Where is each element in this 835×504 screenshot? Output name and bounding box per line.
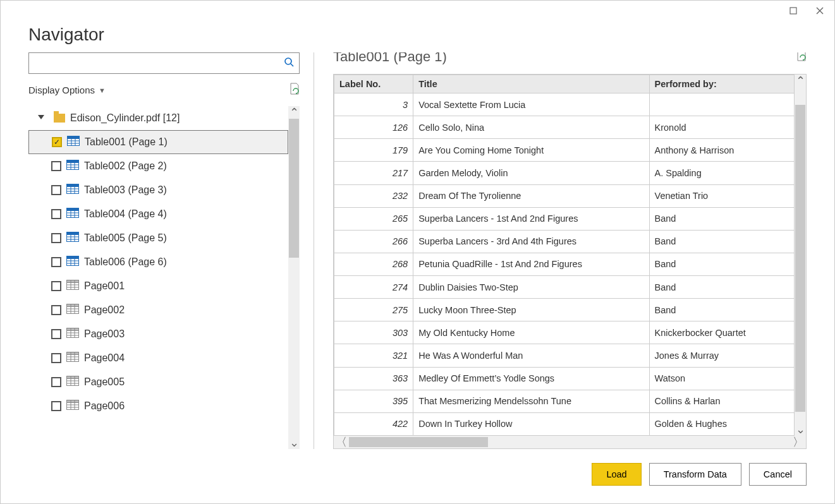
cell-title: That Mesmerizing Mendelssohn Tune <box>413 390 649 412</box>
checkbox[interactable] <box>51 281 61 291</box>
table-row[interactable]: 268Petunia QuadRille - 1st And 2nd Figur… <box>334 253 795 275</box>
load-button[interactable]: Load <box>592 463 641 486</box>
display-options-dropdown[interactable]: Display Options ▼ <box>28 85 106 95</box>
tree-item[interactable]: Page006 <box>28 394 288 418</box>
scroll-thumb[interactable] <box>289 119 299 258</box>
collapse-icon[interactable] <box>34 115 49 121</box>
scroll-left-icon[interactable]: 〈 <box>334 435 349 449</box>
cell-performed-by: Anthony & Harrison <box>649 139 794 162</box>
checkbox[interactable] <box>51 161 61 171</box>
cell-performed-by: Golden & Hughes <box>649 412 794 435</box>
cell-title: Lucky Moon Three-Step <box>413 299 649 321</box>
search-input[interactable] <box>33 54 284 73</box>
tree-item-label: Page003 <box>84 328 125 340</box>
column-header[interactable]: Label No. <box>334 75 413 93</box>
tree-root-label: Edison_Cylinder.pdf [12] <box>70 112 180 124</box>
cell-title: My Old Kentucky Home <box>413 321 649 344</box>
cell-labelno: 275 <box>334 299 413 321</box>
cancel-button[interactable]: Cancel <box>749 463 807 486</box>
checkbox[interactable] <box>51 377 61 387</box>
checkbox[interactable] <box>51 185 61 195</box>
cell-performed-by <box>649 93 794 116</box>
tree-item[interactable]: Table006 (Page 6) <box>28 250 288 274</box>
table-row[interactable]: 303My Old Kentucky HomeKnickerbocker Qua… <box>334 321 795 344</box>
search-box[interactable] <box>28 52 300 74</box>
preview-vertical-scrollbar[interactable]: ⌃ ⌄ <box>795 75 806 436</box>
tree-item[interactable]: Table003 (Page 3) <box>28 178 288 202</box>
scroll-up-icon[interactable]: ⌃ <box>288 106 300 119</box>
cell-labelno: 395 <box>334 390 413 412</box>
scroll-up-icon[interactable]: ⌃ <box>795 75 806 87</box>
tree-item[interactable]: Page003 <box>28 322 288 346</box>
checkbox[interactable] <box>51 305 61 315</box>
tree-item[interactable]: Page005 <box>28 370 288 394</box>
transform-data-button[interactable]: Transform Data <box>649 463 741 486</box>
cell-performed-by: Jones & Murray <box>649 344 794 367</box>
table-row[interactable]: 126Cello Solo, NinaKronold <box>334 116 795 139</box>
svg-rect-7 <box>68 136 80 139</box>
checkbox[interactable] <box>51 209 61 219</box>
tree-item[interactable]: Page004 <box>28 346 288 370</box>
table-row[interactable]: 321He Was A Wonderful ManJones & Murray <box>334 344 795 367</box>
checkbox[interactable] <box>51 401 61 411</box>
svg-marker-5 <box>38 115 44 119</box>
checkbox[interactable]: ✓ <box>52 137 62 147</box>
table-row[interactable]: 3Vocal Sextette From Lucia <box>334 93 795 116</box>
preview-table: Label No.TitlePerformed by:3Vocal Sextet… <box>334 75 795 436</box>
tree-item[interactable]: Page002 <box>28 298 288 322</box>
refresh-icon[interactable] <box>795 52 807 64</box>
cell-performed-by: Watson <box>649 367 794 390</box>
folder-icon <box>54 114 65 123</box>
table-icon <box>66 184 79 196</box>
cell-performed-by: Kronold <box>649 116 794 139</box>
scroll-down-icon[interactable]: ⌄ <box>288 436 300 449</box>
tree-item[interactable]: Table004 (Page 4) <box>28 202 288 226</box>
table-row[interactable]: 275Lucky Moon Three-StepBand <box>334 299 795 321</box>
svg-rect-61 <box>67 352 79 355</box>
table-row[interactable]: 274Dublin Daisies Two-StepBand <box>334 276 795 299</box>
maximize-button[interactable] <box>784 3 803 18</box>
checkbox[interactable] <box>51 257 61 267</box>
tree-item[interactable]: Page001 <box>28 274 288 298</box>
cell-title: Cello Solo, Nina <box>413 116 649 139</box>
table-row[interactable]: 179Are You Coming Home TonightAnthony & … <box>334 139 795 162</box>
cell-labelno: 266 <box>334 230 413 253</box>
column-header[interactable]: Performed by: <box>649 75 794 93</box>
cell-labelno: 265 <box>334 207 413 230</box>
close-button[interactable] <box>810 3 829 18</box>
cell-labelno: 3 <box>334 93 413 116</box>
cell-labelno: 422 <box>334 412 413 435</box>
checkbox[interactable] <box>51 329 61 339</box>
scroll-right-icon[interactable]: 〉 <box>791 435 806 449</box>
svg-rect-0 <box>790 8 796 14</box>
table-row[interactable]: 265Superba Lancers - 1st And 2nd Figures… <box>334 207 795 230</box>
tree-item[interactable]: ✓Table001 (Page 1) <box>28 130 288 154</box>
scroll-down-icon[interactable]: ⌄ <box>795 423 806 436</box>
table-row[interactable]: 395That Mesmerizing Mendelssohn TuneColl… <box>334 390 795 412</box>
table-row[interactable]: 363Medley Of Emmett’s Yodle SongsWatson <box>334 367 795 390</box>
table-row[interactable]: 232Dream Of The TyrolienneVenetian Trio <box>334 184 795 207</box>
refresh-preview-icon[interactable] <box>288 83 300 97</box>
page-icon <box>66 328 79 340</box>
table-row[interactable]: 217Garden Melody, ViolinA. Spalding <box>334 162 795 184</box>
svg-rect-19 <box>67 184 79 187</box>
table-row[interactable]: 266Superba Lancers - 3rd And 4th Figures… <box>334 230 795 253</box>
preview-horizontal-scrollbar[interactable]: 〈 〉 <box>334 436 806 448</box>
tree-item[interactable]: Table005 (Page 5) <box>28 226 288 250</box>
tree-item[interactable]: Table002 (Page 2) <box>28 154 288 178</box>
checkbox[interactable] <box>51 233 61 243</box>
svg-rect-73 <box>67 400 79 403</box>
svg-rect-49 <box>67 304 79 307</box>
cell-title: Dream Of The Tyrolienne <box>413 184 649 207</box>
scroll-thumb[interactable] <box>795 105 805 412</box>
table-row[interactable]: 422Down In Turkey HollowGolden & Hughes <box>334 412 795 435</box>
scroll-thumb[interactable] <box>349 437 488 447</box>
display-options-label: Display Options <box>28 85 95 95</box>
cell-title: Superba Lancers - 1st And 2nd Figures <box>413 207 649 230</box>
checkbox[interactable] <box>51 353 61 363</box>
tree-root[interactable]: Edison_Cylinder.pdf [12] <box>28 106 288 130</box>
cell-performed-by: Knickerbocker Quartet <box>649 321 794 344</box>
tree-scrollbar[interactable]: ⌃ ⌄ <box>288 106 300 449</box>
column-header[interactable]: Title <box>413 75 649 93</box>
search-icon[interactable] <box>284 57 294 69</box>
